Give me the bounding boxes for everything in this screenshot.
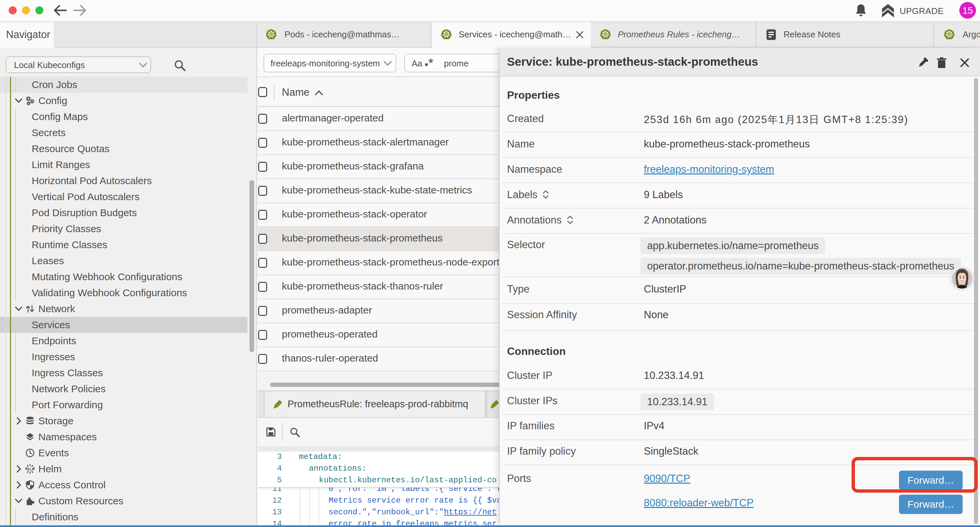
svg-text:HELM: HELM xyxy=(26,467,35,471)
